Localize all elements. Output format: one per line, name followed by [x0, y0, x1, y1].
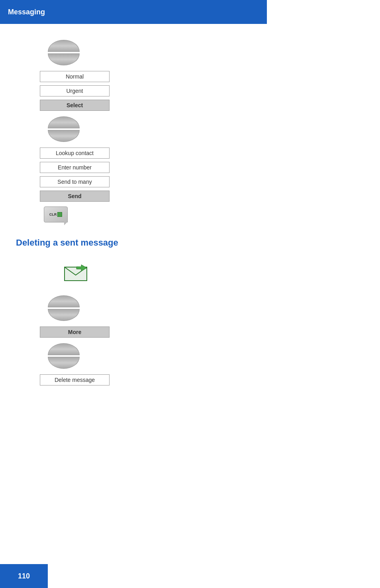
clr-button[interactable]: CLR [44, 206, 68, 222]
nav-up-arc-4[interactable] [48, 343, 80, 355]
page: Messaging Normal Urgent Select [0, 0, 380, 588]
main-content: Normal Urgent Select Lookup contact Ente… [0, 32, 380, 403]
enter-number-option[interactable]: Enter number [40, 162, 110, 173]
page-number-area: 110 [0, 564, 48, 588]
nav-control-3 [40, 295, 88, 321]
nav-down-arc-2[interactable] [48, 130, 80, 142]
page-title: Messaging [8, 8, 45, 16]
nav-control-2 [40, 116, 88, 142]
urgent-option[interactable]: Urgent [40, 85, 110, 96]
envelope-container [40, 256, 364, 287]
lookup-contact-option[interactable]: Lookup contact [40, 147, 110, 159]
clr-green-icon [57, 212, 62, 217]
nav-control-4 [40, 343, 88, 369]
messaging-section: Normal Urgent Select Lookup contact Ente… [16, 36, 364, 226]
clr-label: CLR [49, 212, 57, 216]
nav-up-arc-3[interactable] [48, 295, 80, 307]
envelope-icon [64, 264, 88, 282]
nav-control-1 [40, 40, 88, 65]
nav-control-1-column: Normal Urgent Select Lookup contact Ente… [40, 36, 364, 203]
send-button[interactable]: Send [40, 191, 110, 202]
delete-section-heading: Deleting a sent message [16, 238, 364, 248]
header: Messaging [0, 0, 267, 24]
delete-section-items: More Delete message [40, 291, 364, 387]
clr-inner: CLR [49, 212, 63, 217]
select-button[interactable]: Select [40, 100, 110, 111]
send-to-many-option[interactable]: Send to many [40, 176, 110, 187]
nav-down-arc-1[interactable] [48, 53, 80, 65]
delete-message-option[interactable]: Delete message [40, 374, 110, 385]
normal-option[interactable]: Normal [40, 71, 110, 82]
nav-down-arc-4[interactable] [48, 357, 80, 369]
page-number: 110 [18, 572, 30, 580]
nav-down-arc-3[interactable] [48, 309, 80, 321]
more-button[interactable]: More [40, 326, 110, 338]
nav-up-arc-1[interactable] [48, 40, 80, 52]
nav-up-arc-2[interactable] [48, 116, 80, 128]
